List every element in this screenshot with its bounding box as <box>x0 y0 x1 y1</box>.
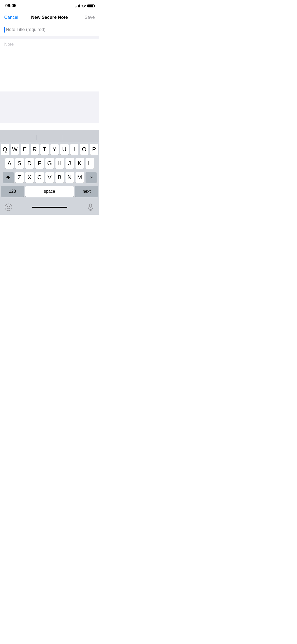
page-title: New Secure Note <box>31 15 68 20</box>
keyboard: Q W E R T Y U I O P A S D F G H J K L <box>0 130 99 215</box>
next-key[interactable]: next <box>75 186 98 197</box>
note-field[interactable]: Note <box>0 39 99 91</box>
key-row-4: 123 space next <box>1 186 98 197</box>
key-n[interactable]: N <box>65 172 74 183</box>
microphone-button[interactable] <box>85 202 96 213</box>
save-button[interactable]: Save <box>84 15 95 20</box>
key-f[interactable]: F <box>35 158 44 169</box>
key-z[interactable]: Z <box>15 172 24 183</box>
toolbar-line-right <box>63 135 63 140</box>
key-x[interactable]: X <box>25 172 34 183</box>
key-row-3: Z X C V B N M <box>1 172 98 183</box>
key-m[interactable]: M <box>76 172 84 183</box>
keyboard-spacer <box>0 91 99 123</box>
signal-icon <box>75 4 80 7</box>
status-time: 09:05 <box>5 3 16 8</box>
key-j[interactable]: J <box>65 158 74 169</box>
delete-key[interactable] <box>86 172 97 183</box>
battery-icon <box>87 4 95 7</box>
svg-rect-5 <box>89 204 92 208</box>
svg-point-4 <box>9 206 10 207</box>
key-c[interactable]: C <box>35 172 44 183</box>
text-cursor <box>4 27 5 33</box>
key-h[interactable]: H <box>55 158 64 169</box>
keyboard-toolbar <box>0 130 99 142</box>
emoji-button[interactable] <box>3 202 14 213</box>
key-w[interactable]: W <box>11 144 19 155</box>
svg-point-2 <box>5 204 12 211</box>
form-area: Note Title (required) Note <box>0 23 99 91</box>
key-u[interactable]: U <box>60 144 69 155</box>
key-y[interactable]: Y <box>50 144 59 155</box>
key-row-1: Q W E R T Y U I O P <box>1 144 98 155</box>
key-b[interactable]: B <box>55 172 64 183</box>
title-placeholder: Note Title (required) <box>6 27 45 32</box>
key-e[interactable]: E <box>21 144 29 155</box>
key-row-2: A S D F G H J K L <box>1 158 98 169</box>
home-bar <box>32 207 67 208</box>
keyboard-rows: Q W E R T Y U I O P A S D F G H J K L <box>0 142 99 201</box>
svg-point-3 <box>7 206 8 207</box>
status-bar: 09:05 <box>0 0 99 12</box>
keyboard-bottom-row <box>0 201 99 215</box>
section-separator <box>0 36 99 39</box>
cancel-button[interactable]: Cancel <box>4 15 18 20</box>
key-g[interactable]: G <box>45 158 54 169</box>
numbers-key[interactable]: 123 <box>1 186 24 197</box>
key-a[interactable]: A <box>5 158 14 169</box>
key-i[interactable]: I <box>70 144 79 155</box>
title-field[interactable]: Note Title (required) <box>0 23 99 36</box>
note-placeholder: Note <box>4 42 14 47</box>
key-p[interactable]: P <box>90 144 98 155</box>
key-s[interactable]: S <box>15 158 24 169</box>
key-q[interactable]: Q <box>1 144 9 155</box>
shift-key[interactable] <box>3 172 14 183</box>
key-l[interactable]: L <box>86 158 94 169</box>
nav-bar: Cancel New Secure Note Save <box>0 12 99 23</box>
status-icons <box>75 4 95 7</box>
key-o[interactable]: O <box>80 144 88 155</box>
key-k[interactable]: K <box>76 158 84 169</box>
space-key[interactable]: space <box>25 186 74 197</box>
home-indicator <box>14 203 85 212</box>
key-d[interactable]: D <box>25 158 34 169</box>
key-r[interactable]: R <box>31 144 39 155</box>
toolbar-line-left <box>36 135 36 140</box>
key-t[interactable]: T <box>40 144 49 155</box>
wifi-icon <box>82 4 86 7</box>
key-v[interactable]: V <box>45 172 54 183</box>
